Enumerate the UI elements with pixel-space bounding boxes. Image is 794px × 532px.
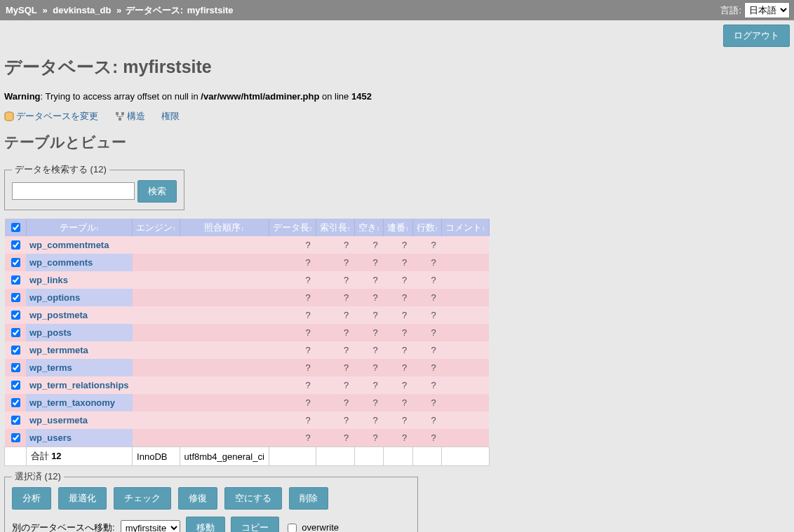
row-checkbox[interactable] (11, 258, 20, 267)
cell-unknown[interactable]: ? (306, 240, 311, 250)
row-checkbox[interactable] (11, 346, 20, 355)
cell-unknown[interactable]: ? (373, 380, 378, 390)
column-header[interactable]: 索引長↕ (316, 219, 355, 236)
table-name-link[interactable]: wp_comments (29, 257, 93, 268)
table-name-link[interactable]: wp_term_taxonomy (29, 397, 115, 408)
repair-button[interactable]: 修復 (178, 487, 217, 510)
table-name-link[interactable]: wp_terms (29, 362, 72, 373)
cell-unknown[interactable]: ? (373, 240, 378, 250)
cell-unknown[interactable]: ? (344, 310, 349, 320)
analyze-button[interactable]: 分析 (12, 487, 51, 510)
table-name-link[interactable]: wp_posts (29, 327, 72, 338)
row-checkbox[interactable] (11, 363, 20, 372)
cell-unknown[interactable]: ? (306, 432, 311, 443)
alter-database-link[interactable]: データベースを変更 (4, 111, 101, 121)
row-checkbox[interactable] (11, 240, 20, 250)
language-select[interactable]: 日本語 (744, 2, 790, 18)
copy-button[interactable]: コピー (231, 517, 279, 532)
column-header[interactable]: エンジン↕ (133, 219, 180, 236)
row-checkbox[interactable] (11, 293, 20, 302)
cell-unknown[interactable]: ? (431, 327, 436, 338)
cell-unknown[interactable]: ? (373, 257, 378, 268)
breadcrumb-db[interactable]: myfirstsite (187, 5, 234, 15)
cell-unknown[interactable]: ? (373, 275, 378, 285)
breadcrumb-mysql[interactable]: MySQL (6, 5, 37, 15)
cell-unknown[interactable]: ? (344, 415, 349, 425)
table-name-link[interactable]: wp_users (29, 432, 72, 443)
column-header[interactable]: コメント↕ (442, 219, 490, 236)
cell-unknown[interactable]: ? (402, 275, 407, 285)
cell-unknown[interactable]: ? (402, 257, 407, 268)
logout-button[interactable]: ログアウト (723, 25, 790, 47)
cell-unknown[interactable]: ? (431, 362, 436, 373)
column-header[interactable]: テーブル↕ (26, 219, 133, 236)
cell-unknown[interactable]: ? (344, 257, 349, 268)
cell-unknown[interactable]: ? (344, 397, 349, 408)
select-all-checkbox[interactable] (11, 223, 20, 232)
table-name-link[interactable]: wp_usermeta (29, 415, 88, 425)
cell-unknown[interactable]: ? (431, 275, 436, 285)
cell-unknown[interactable]: ? (373, 362, 378, 373)
cell-unknown[interactable]: ? (306, 292, 311, 303)
breadcrumb-server[interactable]: devkinsta_db (53, 5, 111, 15)
cell-unknown[interactable]: ? (306, 275, 311, 285)
cell-unknown[interactable]: ? (431, 397, 436, 408)
cell-unknown[interactable]: ? (402, 292, 407, 303)
row-checkbox[interactable] (11, 328, 20, 337)
column-header[interactable]: 空き↕ (354, 219, 384, 236)
column-header[interactable]: 照合順序↕ (180, 219, 269, 236)
cell-unknown[interactable]: ? (306, 380, 311, 390)
cell-unknown[interactable]: ? (431, 310, 436, 320)
cell-unknown[interactable]: ? (402, 240, 407, 250)
target-db-select[interactable]: myfirstsite (121, 520, 180, 533)
table-name-link[interactable]: wp_postmeta (29, 310, 88, 320)
cell-unknown[interactable]: ? (306, 345, 311, 355)
table-name-link[interactable]: wp_links (29, 275, 68, 285)
cell-unknown[interactable]: ? (373, 345, 378, 355)
overwrite-checkbox[interactable] (288, 524, 297, 533)
cell-unknown[interactable]: ? (306, 397, 311, 408)
schema-link[interactable]: 構造 (115, 111, 148, 121)
cell-unknown[interactable]: ? (344, 432, 349, 443)
cell-unknown[interactable]: ? (431, 415, 436, 425)
cell-unknown[interactable]: ? (344, 292, 349, 303)
cell-unknown[interactable]: ? (373, 292, 378, 303)
cell-unknown[interactable]: ? (402, 362, 407, 373)
column-header[interactable]: 連番↕ (384, 219, 413, 236)
cell-unknown[interactable]: ? (373, 310, 378, 320)
cell-unknown[interactable]: ? (373, 432, 378, 443)
cell-unknown[interactable]: ? (431, 345, 436, 355)
cell-unknown[interactable]: ? (402, 345, 407, 355)
cell-unknown[interactable]: ? (344, 327, 349, 338)
cell-unknown[interactable]: ? (402, 310, 407, 320)
cell-unknown[interactable]: ? (344, 345, 349, 355)
optimize-button[interactable]: 最適化 (58, 487, 107, 510)
table-name-link[interactable]: wp_termmeta (29, 345, 88, 355)
cell-unknown[interactable]: ? (373, 415, 378, 425)
cell-unknown[interactable]: ? (402, 432, 407, 443)
privileges-link[interactable]: 権限 (161, 111, 180, 121)
table-name-link[interactable]: wp_term_relationships (29, 380, 129, 390)
cell-unknown[interactable]: ? (431, 380, 436, 390)
cell-unknown[interactable]: ? (431, 240, 436, 250)
drop-button[interactable]: 削除 (289, 487, 328, 510)
truncate-button[interactable]: 空にする (224, 487, 282, 510)
cell-unknown[interactable]: ? (306, 415, 311, 425)
row-checkbox[interactable] (11, 381, 20, 390)
row-checkbox[interactable] (11, 398, 20, 407)
cell-unknown[interactable]: ? (306, 362, 311, 373)
cell-unknown[interactable]: ? (402, 327, 407, 338)
cell-unknown[interactable]: ? (344, 380, 349, 390)
cell-unknown[interactable]: ? (344, 275, 349, 285)
row-checkbox[interactable] (11, 433, 20, 442)
cell-unknown[interactable]: ? (431, 292, 436, 303)
check-button[interactable]: チェック (114, 487, 171, 510)
cell-unknown[interactable]: ? (402, 415, 407, 425)
column-header[interactable]: 行数↕ (412, 219, 442, 236)
cell-unknown[interactable]: ? (344, 362, 349, 373)
row-checkbox[interactable] (11, 416, 20, 425)
overwrite-label[interactable]: overwrite (285, 521, 339, 533)
row-checkbox[interactable] (11, 311, 20, 320)
column-header[interactable]: データ長↕ (269, 219, 316, 236)
cell-unknown[interactable]: ? (306, 257, 311, 268)
